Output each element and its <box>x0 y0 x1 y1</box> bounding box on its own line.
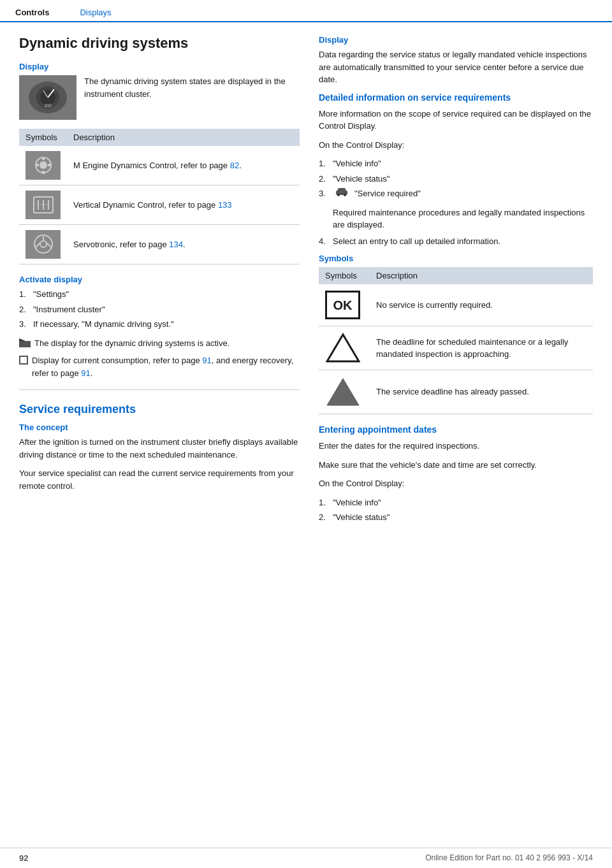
page-footer: 92 Online Edition for Part no. 01 40 2 9… <box>0 848 612 868</box>
step-text: "Service required" <box>354 187 421 200</box>
concept-text-2: Your service specialist can read the cur… <box>19 467 300 492</box>
page-number: 92 <box>19 853 28 863</box>
svg-text:100: 100 <box>44 103 52 108</box>
entering-heading: Entering appointment dates <box>319 424 593 435</box>
note1-text: The display for the dynamic driving syst… <box>34 337 229 350</box>
triangle-outline-description: The deadline for scheduled maintenance o… <box>370 326 593 370</box>
step-text: Select an entry to call up detailed info… <box>333 235 500 248</box>
col-desc: Description <box>370 267 593 284</box>
activate-display-heading: Activate display <box>19 275 300 284</box>
svg-marker-31 <box>327 379 359 405</box>
top-navigation: Controls Displays <box>0 0 612 22</box>
step-text: If necessary, "M dynamic driving syst." <box>33 318 174 331</box>
activate-note-2: Display for current consumption, refer t… <box>19 354 300 379</box>
page-link-91b[interactable]: 91 <box>81 368 90 378</box>
detailed-text-1: More information on the scope of service… <box>319 108 593 133</box>
col-symbols: Symbols <box>19 129 67 146</box>
list-item: 2. "Instrument cluster" <box>19 303 300 316</box>
symbol-cell <box>19 185 67 225</box>
step-text: "Vehicle info" <box>333 496 381 509</box>
svg-point-8 <box>40 161 47 169</box>
page-link-91a[interactable]: 91 <box>202 356 211 365</box>
symbol-cell <box>19 146 67 185</box>
entering-text-2: Make sure that the vehicle's date and ti… <box>319 459 593 472</box>
entering-steps-list: 1. "Vehicle info" 2. "Vehicle status" <box>319 496 593 524</box>
list-item: 4. Select an entry to call up detailed i… <box>319 235 593 248</box>
col-description: Description <box>67 129 300 146</box>
svg-marker-24 <box>19 338 26 341</box>
table-row: Vertical Dynamic Control, refer to page … <box>19 185 300 225</box>
ok-description: No service is currently required. <box>370 284 593 326</box>
list-item: 1. "Settings" <box>19 288 300 301</box>
display-text-right: Data regarding the service status or leg… <box>319 48 593 86</box>
table-header-row: Symbols Description <box>19 129 300 146</box>
square-icon <box>19 356 28 368</box>
ok-icon: OK <box>325 291 360 319</box>
main-content: Dynamic driving systems Display 100 <box>0 22 612 543</box>
list-item: 2. "Vehicle status" <box>319 173 593 185</box>
section-divider <box>19 389 300 390</box>
svg-rect-10 <box>48 164 51 166</box>
triangle-filled-description: The service deadline has already passed. <box>370 370 593 414</box>
activate-steps-list: 1. "Settings" 2. "Instrument cluster" 3.… <box>19 288 300 331</box>
step-text: "Settings" <box>33 288 69 301</box>
footer-copyright: Online Edition for Part no. 01 40 2 956 … <box>425 853 593 863</box>
display-heading-right: Display <box>319 35 593 45</box>
entering-text-1: Enter the dates for the required inspect… <box>319 440 593 452</box>
table-row: Servotronic, refer to page 134. <box>19 225 300 264</box>
page-link-82[interactable]: 82 <box>230 161 239 170</box>
table-row: The service deadline has already passed. <box>319 370 593 414</box>
instrument-cluster-thumbnail: 100 <box>19 75 76 120</box>
triangle-filled-icon <box>325 377 360 407</box>
note2-text: Display for current consumption, refer t… <box>32 354 300 379</box>
symbol-cell <box>19 225 67 264</box>
symbol-desc-2: Vertical Dynamic Control, refer to page … <box>67 185 300 225</box>
detailed-info-heading: Detailed information on service requirem… <box>319 92 593 103</box>
list-item: 2. "Vehicle status" <box>319 511 593 524</box>
table-row: The deadline for scheduled maintenance o… <box>319 326 593 370</box>
thumbnail-image: 100 <box>19 75 76 120</box>
symbols-heading-right: Symbols <box>319 254 593 263</box>
step-text: "Vehicle status" <box>333 511 390 524</box>
activate-note-1: The display for the dynamic driving syst… <box>19 337 300 351</box>
page-title: Dynamic driving systems <box>19 35 300 52</box>
vertical-dynamic-icon <box>26 191 61 219</box>
triangle-outline-cell <box>319 326 370 370</box>
svg-rect-12 <box>42 171 45 174</box>
col-sym: Symbols <box>319 267 370 284</box>
list-item: 3. "Service required" <box>319 187 593 200</box>
svg-rect-9 <box>36 164 39 166</box>
table-row: OK No service is currently required. <box>319 284 593 326</box>
step-sub-text: Required maintenance procedures and lega… <box>333 206 593 231</box>
ok-symbol-cell: OK <box>319 284 370 326</box>
nav-controls[interactable]: Controls <box>0 4 64 21</box>
steering-icon <box>26 230 61 259</box>
left-column: Dynamic driving systems Display 100 <box>19 35 300 530</box>
flag-icon <box>19 338 31 351</box>
step-text: "Vehicle status" <box>333 173 390 185</box>
entering-text-3: On the Control Display: <box>319 477 593 490</box>
table-header-row: Symbols Description <box>319 267 593 284</box>
right-column: Display Data regarding the service statu… <box>319 35 593 530</box>
service-requirements-title: Service requirements <box>19 403 300 416</box>
nav-displays[interactable]: Displays <box>64 4 126 21</box>
list-item: 3. If necessary, "M dynamic driving syst… <box>19 318 300 331</box>
display-block: 100 The dynamic driving system states ar… <box>19 75 300 120</box>
table-row: M Engine Dynamics Control, refer to page… <box>19 146 300 185</box>
detailed-steps-list: 1. "Vehicle info" 2. "Vehicle status" 3. <box>319 157 593 200</box>
svg-rect-25 <box>20 356 27 364</box>
display-heading-left: Display <box>19 62 300 71</box>
triangle-outline-icon <box>325 333 360 363</box>
symbol-desc-3: Servotronic, refer to page 134. <box>67 225 300 264</box>
svg-rect-11 <box>42 157 45 160</box>
svg-point-29 <box>344 194 346 196</box>
display-description: The dynamic driving system states are di… <box>84 75 300 100</box>
symbols-table-left: Symbols Description <box>19 129 300 264</box>
svg-point-19 <box>40 241 47 247</box>
svg-marker-30 <box>327 335 359 361</box>
triangle-filled-cell <box>319 370 370 414</box>
page-link-134[interactable]: 134 <box>169 240 183 249</box>
page-link-133[interactable]: 133 <box>218 200 232 210</box>
detailed-steps-cont: 4. Select an entry to call up detailed i… <box>319 235 593 248</box>
step-text: "Vehicle info" <box>333 157 381 170</box>
